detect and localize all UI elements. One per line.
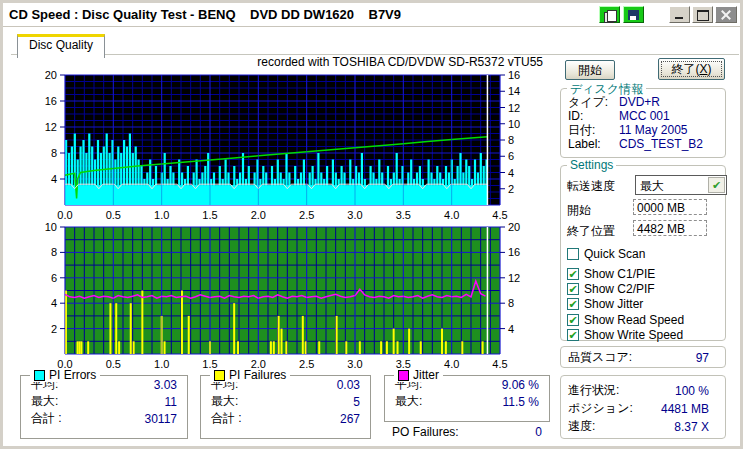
progress-row: 進行状況:100 % [568, 383, 709, 398]
checkbox-quick-scan[interactable]: Quick Scan [567, 247, 645, 261]
jitter-color-swatch [398, 370, 409, 381]
svg-text:12: 12 [508, 272, 520, 284]
tab-label: Disc Quality [29, 38, 93, 52]
jitter-legend-box: Jitter 平均:9.06 % 最大:11.5 % [384, 375, 550, 422]
pi-failures-color-swatch [214, 370, 225, 381]
pie-max-row: 最大:11 [21, 393, 187, 410]
start-mb-label: 開始 [567, 202, 591, 219]
save-icon [628, 10, 639, 20]
svg-text:8: 8 [51, 147, 57, 159]
checkbox-show-c1-pie[interactable]: ✔Show C1/PIE [567, 267, 655, 281]
minimize-icon [675, 17, 683, 19]
checkbox-show-jitter[interactable]: ✔Show Jitter [567, 297, 643, 311]
quality-score-row: 品質スコア: 97 [568, 350, 709, 365]
svg-text:6: 6 [51, 272, 57, 284]
quick-scan-checkbox[interactable] [567, 248, 579, 260]
disc-label-row: Label:CDS_TEST_B2 [568, 137, 717, 151]
svg-text:14: 14 [508, 85, 520, 97]
jitter-legend-title: Jitter [394, 368, 443, 382]
checkbox-show-read-speed[interactable]: ✔Show Read Speed [567, 313, 684, 327]
svg-text:4.0: 4.0 [444, 358, 459, 370]
window-title: CD Speed : Disc Quality Test - BENQ DVD … [9, 7, 401, 22]
svg-text:8: 8 [51, 246, 57, 258]
pi-failures-jitter-chart: 246810481216200.00.51.01.52.02.53.03.54.… [31, 221, 551, 373]
disc-date-row: 日付:11 May 2005 [568, 123, 717, 137]
svg-text:1.5: 1.5 [202, 209, 217, 221]
pi-errors-chart: 481216202468101214160.00.51.01.52.02.53.… [31, 69, 551, 223]
checkbox-show-c2-pif[interactable]: ✔Show C2/PIF [567, 282, 655, 296]
settings-title: Settings [567, 158, 616, 172]
maximize-icon [697, 10, 709, 21]
end-mb-label: 終了位置 [567, 223, 615, 240]
svg-text:2.5: 2.5 [299, 358, 314, 370]
svg-text:2.0: 2.0 [251, 209, 266, 221]
pie-total-row: 合計 :30117 [21, 410, 187, 427]
stop-button[interactable]: 終了(X) [658, 58, 725, 80]
svg-text:10: 10 [508, 118, 520, 130]
checkbox-show-write-speed[interactable]: ✔Show Write Speed [567, 328, 683, 342]
title-bar[interactable]: CD Speed : Disc Quality Test - BENQ DVD … [3, 3, 740, 27]
svg-text:4.5: 4.5 [492, 358, 507, 370]
svg-text:8: 8 [508, 297, 514, 309]
svg-text:3.0: 3.0 [347, 358, 362, 370]
show-jitter-checkbox[interactable]: ✔ [567, 298, 579, 310]
progress-group: 進行状況:100 % ポジション:4481 MB 速度:8.37 X [560, 375, 726, 439]
pi-errors-color-swatch [34, 370, 45, 381]
app-window: CD Speed : Disc Quality Test - BENQ DVD … [0, 0, 743, 449]
close-button[interactable] [715, 6, 737, 23]
start-mb-field[interactable]: 0000 MB [633, 199, 707, 215]
pi-errors-legend-title: PI Errors [30, 368, 100, 382]
svg-text:12: 12 [45, 121, 57, 133]
po-failures-row: PO Failures: 0 [392, 425, 542, 439]
svg-text:3.0: 3.0 [347, 209, 362, 221]
svg-text:2: 2 [508, 183, 514, 195]
pi-errors-legend-box: PI Errors 平均:3.03 最大:11 合計 :30117 [20, 375, 188, 439]
svg-text:4.0: 4.0 [444, 209, 459, 221]
pi-failures-legend-box: PI Failures 平均:0.03 最大:5 合計 :267 [200, 375, 371, 439]
show-c1-pie-checkbox[interactable]: ✔ [567, 268, 579, 280]
settings-group: Settings 転送速度 最大 ✔ 開始 0000 MB 終了位置 4482 … [560, 165, 726, 341]
svg-text:20: 20 [508, 221, 520, 233]
pif-max-row: 最大:5 [201, 393, 370, 410]
svg-text:0.0: 0.0 [57, 209, 72, 221]
speed-label: 転送速度 [567, 178, 615, 195]
dropdown-arrow-icon[interactable]: ✔ [708, 177, 725, 193]
start-button[interactable]: 開始 [565, 60, 615, 80]
svg-text:0.5: 0.5 [106, 358, 121, 370]
position-row: ポジション:4481 MB [568, 401, 709, 416]
speed-select[interactable]: 最大 ✔ [635, 175, 727, 195]
svg-text:16: 16 [508, 69, 520, 81]
svg-text:12: 12 [508, 102, 520, 114]
disc-info-group: ディスク情報 タイプ:DVD+R ID:MCC 001 日付:11 May 20… [560, 88, 726, 158]
show-read-speed-checkbox[interactable]: ✔ [567, 314, 579, 326]
minimize-button[interactable] [669, 6, 690, 23]
svg-text:0.5: 0.5 [106, 209, 121, 221]
svg-text:3.5: 3.5 [396, 209, 411, 221]
save-button[interactable] [623, 6, 644, 23]
svg-text:10: 10 [45, 221, 57, 233]
recorded-with-note: recorded with TOSHIBA CD/DVDW SD-R5372 v… [243, 55, 543, 69]
svg-text:20: 20 [45, 69, 57, 81]
maximize-button[interactable] [692, 6, 713, 23]
svg-text:4.5: 4.5 [492, 209, 507, 221]
focus-ring [661, 61, 722, 77]
quality-score-value: 97 [696, 351, 709, 365]
copy-to-clipboard-button[interactable] [599, 6, 620, 23]
end-mb-field[interactable]: 4482 MB [633, 220, 707, 236]
svg-text:1.0: 1.0 [154, 209, 169, 221]
svg-text:2.5: 2.5 [299, 209, 314, 221]
svg-text:4: 4 [51, 173, 57, 185]
show-write-speed-checkbox[interactable]: ✔ [567, 329, 579, 341]
show-c2-pif-checkbox[interactable]: ✔ [567, 283, 579, 295]
svg-text:6: 6 [508, 150, 514, 162]
svg-text:4: 4 [508, 167, 514, 179]
jitter-max-row: 最大:11.5 % [385, 393, 549, 410]
svg-text:1.0: 1.0 [154, 358, 169, 370]
speed-row: 速度:8.37 X [568, 419, 709, 434]
svg-text:16: 16 [508, 246, 520, 258]
pi-failures-legend-title: PI Failures [210, 368, 290, 382]
quality-score-label: 品質スコア: [568, 349, 632, 366]
pif-total-row: 合計 :267 [201, 410, 370, 427]
svg-text:4: 4 [508, 323, 514, 335]
svg-text:16: 16 [45, 95, 57, 107]
